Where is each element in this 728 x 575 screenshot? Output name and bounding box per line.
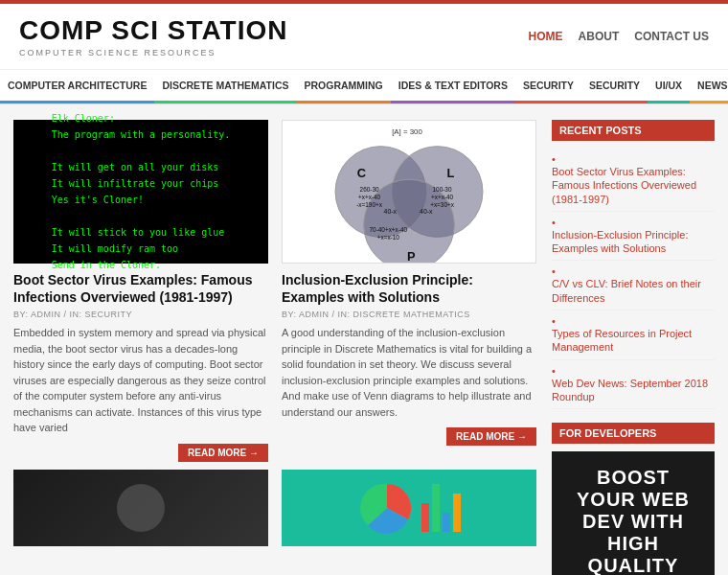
- recent-post-3-link[interactable]: C/V vs CLV: Brief Notes on their Differe…: [552, 277, 715, 305]
- recent-post-5-link[interactable]: Web Dev News: September 2018 Roundup: [552, 377, 715, 404]
- venn-diagram: [A] = 300 C L P 260-30 +x+x-40: [283, 121, 535, 263]
- dev-banner[interactable]: BOOST YOUR WEB DEV WITH HIGH QUALITY TEM…: [552, 451, 715, 575]
- recent-posts-title: RECENT POSTS: [552, 120, 715, 141]
- svg-text:L: L: [446, 166, 454, 180]
- header-nav: HOME ABOUT CONTACT US: [529, 30, 709, 43]
- svg-text:100-30: 100-30: [433, 186, 452, 193]
- article-2: [A] = 300 C L P 260-30 +x+x-40: [282, 120, 536, 466]
- nav-home[interactable]: HOME: [529, 30, 563, 43]
- svg-text:[A] = 300: [A] = 300: [392, 127, 422, 136]
- svg-text:P: P: [407, 249, 416, 263]
- nav-about[interactable]: ABOUT: [579, 30, 620, 43]
- for-developers-section: FOR DEVELOPERS BOOST YOUR WEB DEV WITH H…: [552, 423, 715, 575]
- svg-text:70-40+x+x-40: 70-40+x+x-40: [370, 226, 408, 233]
- nav-news[interactable]: NEWS: [690, 70, 728, 104]
- article-2-excerpt: A good understanding of the inclusion-ex…: [282, 325, 536, 420]
- article-1-image: Elk Cloner: The program with a personali…: [13, 120, 268, 264]
- nav-contact[interactable]: CONTACT US: [634, 30, 709, 43]
- dev-banner-text: BOOST YOUR WEB DEV WITH HIGH QUALITY TEM…: [561, 467, 705, 575]
- nav-discrete-mathematics[interactable]: DISCRETE MATHEMATICS: [154, 70, 296, 104]
- site-branding: COMP SCI STATION COMPUTER SCIENCE RESOUR…: [19, 15, 287, 58]
- nav-security-2[interactable]: SECURITY: [581, 70, 648, 104]
- nav-bar: COMPUTER ARCHITECTURE DISCRETE MATHEMATI…: [0, 70, 728, 104]
- recent-posts-section: RECENT POSTS Boot Sector Virus Examples:…: [552, 120, 715, 409]
- article-2-body: Inclusion-Exclusion Principle: Examples …: [282, 264, 536, 449]
- article-1-meta: BY: ADMIN / IN: SECURITY: [13, 310, 268, 319]
- svg-text:+x+x-40: +x+x-40: [431, 194, 454, 200]
- recent-post-5: Web Dev News: September 2018 Roundup: [552, 360, 715, 410]
- header: COMP SCI STATION COMPUTER SCIENCE RESOUR…: [0, 4, 728, 70]
- recent-post-1: Boot Sector Virus Examples: Famous Infec…: [552, 149, 715, 212]
- nav-computer-architecture[interactable]: COMPUTER ARCHITECTURE: [0, 70, 154, 104]
- bottom-image-1: [13, 470, 268, 546]
- article-1-excerpt: Embedded in system memory and spread via…: [13, 325, 268, 436]
- svg-text:+x+x-40: +x+x-40: [358, 194, 381, 200]
- svg-text:40-x: 40-x: [384, 208, 398, 215]
- site-title: COMP SCI STATION: [19, 15, 287, 46]
- svg-text:260-30: 260-30: [360, 186, 379, 193]
- recent-post-4-link[interactable]: Types of Resources in Project Management: [552, 327, 715, 355]
- nav-uiux[interactable]: UI/UX: [648, 70, 690, 104]
- recent-posts-list: Boot Sector Virus Examples: Famous Infec…: [552, 149, 715, 409]
- bottom-image-2: [282, 470, 536, 546]
- site-subtitle: COMPUTER SCIENCE RESOURCES: [19, 48, 287, 58]
- article-1-body: Boot Sector Virus Examples: Famous Infec…: [13, 264, 268, 466]
- article-2-read-more[interactable]: READ MORE →: [446, 427, 536, 446]
- svg-text:C: C: [357, 166, 366, 180]
- nav-programming[interactable]: PROGRAMMING: [296, 70, 390, 104]
- recent-post-4: Types of Resources in Project Management: [552, 310, 715, 360]
- sidebar: RECENT POSTS Boot Sector Virus Examples:…: [552, 120, 715, 575]
- recent-post-2: Inclusion-Exclusion Principle: Examples …: [552, 212, 715, 262]
- svg-text:+x=30+x: +x=30+x: [430, 201, 455, 208]
- for-developers-title: FOR DEVELOPERS: [552, 423, 715, 444]
- article-1-green-text: Elk Cloner: The program with a personali…: [40, 99, 242, 285]
- article-2-title: Inclusion-Exclusion Principle: Examples …: [282, 271, 536, 306]
- svg-text:+x=x-10: +x=x-10: [377, 234, 400, 241]
- recent-post-3: C/V vs CLV: Brief Notes on their Differe…: [552, 261, 715, 310]
- article-1: Elk Cloner: The program with a personali…: [13, 120, 268, 466]
- article-2-image: [A] = 300 C L P 260-30 +x+x-40: [282, 120, 536, 264]
- nav-security-1[interactable]: SECURITY: [515, 70, 581, 104]
- svg-text:40-x: 40-x: [420, 208, 433, 215]
- nav-ides[interactable]: IDES & TEXT EDITORS: [391, 70, 515, 104]
- main-wrapper: Elk Cloner: The program with a personali…: [0, 104, 728, 575]
- article-2-meta: BY: ADMIN / IN: DISCRETE MATHEMATICS: [282, 310, 536, 319]
- recent-post-1-link[interactable]: Boot Sector Virus Examples: Famous Infec…: [552, 165, 715, 206]
- recent-post-2-link[interactable]: Inclusion-Exclusion Principle: Examples …: [552, 228, 715, 256]
- article-1-read-more[interactable]: READ MORE →: [178, 444, 268, 462]
- content-area: Elk Cloner: The program with a personali…: [13, 120, 536, 575]
- bottom-images-grid: [13, 470, 536, 546]
- svg-text:-x=190+x: -x=190+x: [356, 201, 383, 208]
- articles-grid: Elk Cloner: The program with a personali…: [13, 120, 536, 466]
- article-1-title: Boot Sector Virus Examples: Famous Infec…: [13, 271, 268, 306]
